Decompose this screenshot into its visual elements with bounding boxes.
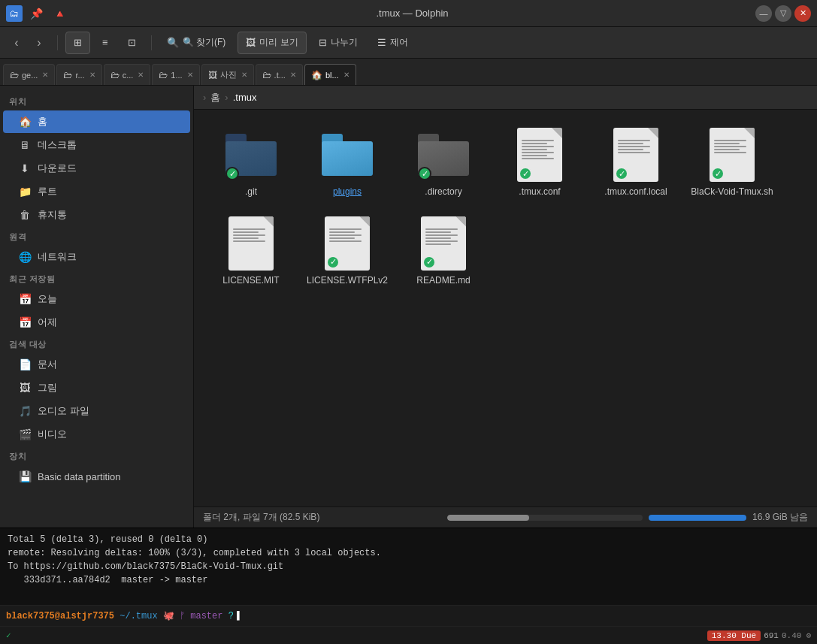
doc-line [522,143,547,144]
find-button[interactable]: 🔍 🔍 찾기(F) [159,32,234,54]
file-icon-blackvoid: ✓ [708,128,757,182]
view-icons-button[interactable]: ⊞ [65,32,90,54]
tab-ge-close[interactable]: ✕ [42,71,48,79]
sidebar-item-video[interactable]: 🎬 비디오 [3,423,190,446]
doc-line [329,240,362,242]
file-icon-licensemit [227,216,276,271]
doc-line [522,140,554,141]
tab-bl-close[interactable]: ✕ [343,71,349,79]
minimize-button[interactable]: — [755,5,772,22]
sidebar-item-partition[interactable]: 💾 Basic data partition [3,465,190,488]
file-item-licensewtf[interactable]: ✓ LICENSE.WTFPLv2 [302,210,392,293]
tab-c[interactable]: 🗁 c... ✕ [104,64,151,85]
pin-icon[interactable]: 📌 [27,6,46,21]
home-icon: 🏠 [18,116,32,128]
sidebar-section-remote-title: 원격 [0,227,193,245]
doc-line [522,152,554,153]
file-item-directory[interactable]: ✓ .directory [398,122,489,204]
doc-line [233,237,259,239]
sidebar-section-search: 검색 대상 📄 문서 🖼 그림 🎵 오디오 파일 🎬 비디오 [0,334,193,446]
maximize-button[interactable]: ▽ [775,5,791,22]
file-item-tmuxconflocal[interactable]: ✓ .tmux.conf.local [591,122,681,204]
control-button[interactable]: ☰ 제어 [370,32,416,54]
file-icon-directory: ✓ [416,128,471,182]
doc-line [522,149,547,150]
sidebar-item-desktop[interactable]: 🖥 데스크톱 [3,134,190,156]
tab-tmux-icon: 🗁 [262,70,271,80]
sidebar-item-video-label: 비디오 [38,428,67,441]
sidebar-item-today[interactable]: 📅 오늘 [3,288,190,310]
tab-r-close[interactable]: ✕ [89,71,95,79]
close-button[interactable]: ✕ [794,5,811,22]
audio-icon: 🎵 [18,405,32,417]
view-icons-icon: ⊞ [74,37,82,48]
tab-photo-close[interactable]: ✕ [241,71,247,79]
sidebar-section-device: 장치 💾 Basic data partition [0,446,193,488]
tab-1-label: 1... [171,71,182,80]
sidebar-item-audio[interactable]: 🎵 오디오 파일 [3,400,190,422]
file-item-readme[interactable]: ✓ README.md [398,210,489,293]
breadcrumb-home[interactable]: 홈 [210,91,220,104]
file-item-plugins[interactable]: plugins [302,122,392,204]
view-list-button[interactable]: ≡ [95,32,116,54]
sidebar-item-trash[interactable]: 🗑 휴지통 [3,204,190,226]
file-item-git[interactable]: ✓ .git [206,122,296,204]
tab-tmux-close[interactable]: ✕ [290,71,296,79]
check-badge-licensewtf: ✓ [326,255,340,269]
file-item-blackvoid[interactable]: ✓ BlaCk-Void-Tmux.sh [687,122,777,204]
doc-readme: ✓ [421,216,466,271]
file-name-readme: README.md [416,275,470,287]
doc-line [425,231,451,233]
tab-ge[interactable]: 🗁 ge... ✕ [3,64,55,85]
tab-1-close[interactable]: ✕ [187,71,193,79]
sidebar-item-home[interactable]: 🏠 홈 [3,110,190,133]
view-split-button[interactable]: ⊡ [120,32,144,54]
terminal-line-1: Total 5 (delta 3), reused 0 (delta 0) [8,533,809,546]
tab-c-close[interactable]: ✕ [138,71,144,79]
sidebar-item-trash-label: 휴지통 [38,208,67,222]
tab-photo-label: 사진 [220,69,237,80]
doc-line [618,146,650,147]
doc-line [425,243,451,245]
sidebar-section-remote: 원격 🌐 네트워크 [0,227,193,268]
terminal-prompt[interactable]: black7375@alstjr7375 ~/.tmux 🐙 ᚠ master … [0,605,817,626]
check-badge-tmuxconf: ✓ [519,167,532,180]
tab-bar: 🗁 ge... ✕ 🗁 r... ✕ 🗁 c... ✕ 🗁 1... ✕ 🖼 사… [0,59,817,86]
forward-button[interactable]: › [29,32,50,53]
doc-line [618,149,643,150]
tab-r[interactable]: 🗁 r... ✕ [56,64,101,85]
doc-line [233,228,265,230]
network-icon: 🌐 [18,251,32,263]
tab-1[interactable]: 🗁 1... ✕ [152,64,199,85]
sidebar-item-yesterday[interactable]: 📅 어제 [3,311,190,334]
progress-bar-used [447,515,643,521]
sidebar-item-downloads[interactable]: ⬇ 다운로드 [3,157,190,180]
sidebar-item-root[interactable]: 📁 루트 [3,180,190,203]
sidebar-item-images[interactable]: 🖼 그림 [3,376,190,399]
tab-photo[interactable]: 🖼 사진 ✕ [201,64,254,85]
desktop-icon: 🖥 [18,139,32,151]
prompt-git-icon: 🐙 [158,610,180,621]
check-badge-git: ✓ [225,167,239,180]
sidebar-item-docs[interactable]: 📄 문서 [3,353,190,376]
status-count: 691 [764,631,779,640]
doc-readme-lines [421,216,466,249]
preview-button[interactable]: 🖼 미리 보기 [238,32,306,54]
sidebar-item-network[interactable]: 🌐 네트워크 [3,246,190,268]
doc-blackvoid: ✓ [710,128,755,182]
terminal-line-4: 333d371..aa784d2 master -> master [8,573,809,587]
split-button[interactable]: ⊟ 나누기 [311,32,365,54]
titlebar: 🗂 📌 🔺 .tmux — Dolphin — ▽ ✕ [0,0,817,27]
file-item-tmuxconf[interactable]: ✓ .tmux.conf [495,122,585,204]
tab-tmux[interactable]: 🗁 .t... ✕ [256,64,303,85]
file-item-licensemit[interactable]: LICENSE.MIT [206,210,296,293]
prompt-dir: ~/.tmux [120,611,157,621]
titlebar-left: 🗂 📌 🔺 [6,5,69,22]
back-button[interactable]: ‹ [6,32,27,53]
terminal-status-left: ✓ [6,630,11,640]
terminal-line-2: remote: Resolving deltas: 100% (3/3), co… [8,546,809,560]
tab-bl[interactable]: 🏠 bl... ✕ [304,64,356,85]
restore-icon[interactable]: 🔺 [50,6,69,21]
terminal-output[interactable]: Total 5 (delta 3), reused 0 (delta 0) re… [0,528,817,605]
control-icon: ☰ [377,37,386,48]
